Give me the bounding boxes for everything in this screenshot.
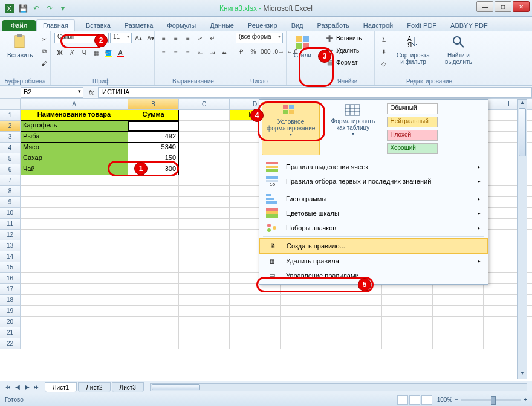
clear-icon[interactable]: ◇ <box>378 58 389 69</box>
cell-B2[interactable] <box>128 121 179 132</box>
cell-C13[interactable] <box>179 240 230 251</box>
cell-C15[interactable] <box>179 262 230 273</box>
row-header-16[interactable]: 16 <box>0 273 21 284</box>
cell-A20[interactable] <box>21 317 128 327</box>
view-buttons[interactable] <box>397 395 432 405</box>
row-header-14[interactable]: 14 <box>0 251 21 262</box>
cell-A22[interactable] <box>21 338 128 349</box>
qat-more-icon[interactable]: ▾ <box>58 4 68 13</box>
fill-icon[interactable]: ⬇ <box>378 46 389 57</box>
menu-top-bottom-rules[interactable]: 10Правила отбора первых и последних знач… <box>259 174 488 188</box>
style-neutral[interactable]: Нейтральный <box>387 117 438 127</box>
cell-H20[interactable] <box>433 317 484 327</box>
percent-icon[interactable]: % <box>248 46 259 57</box>
cell-C12[interactable] <box>179 230 230 240</box>
styles-button[interactable]: Стили <box>290 33 315 60</box>
menu-icon-sets[interactable]: Наборы значков▸ <box>259 221 488 235</box>
cell-F20[interactable] <box>331 317 382 327</box>
maximize-button[interactable]: □ <box>495 1 511 12</box>
row-header-6[interactable]: 6 <box>0 164 21 175</box>
cell-C11[interactable] <box>179 219 230 230</box>
cell-A4[interactable]: Мясо <box>21 143 128 153</box>
cell-F18[interactable] <box>331 295 382 306</box>
align-right-icon[interactable]: ≡ <box>183 47 193 58</box>
cell-B3[interactable]: 492 <box>128 132 179 143</box>
close-button[interactable]: ✕ <box>513 1 530 12</box>
tab-file[interactable]: Файл <box>2 20 36 31</box>
orientation-icon[interactable]: ⤢ <box>195 33 206 44</box>
cell-D20[interactable] <box>230 317 281 327</box>
row-header-18[interactable]: 18 <box>0 295 21 306</box>
name-box[interactable]: B2 <box>21 87 83 98</box>
copy-icon[interactable]: ⧉ <box>39 46 50 57</box>
sheet-tab-2[interactable]: Лист2 <box>78 382 110 392</box>
tab-developer[interactable]: Разработь <box>311 19 356 31</box>
cell-C9[interactable] <box>179 197 230 208</box>
cell-B17[interactable] <box>128 284 179 295</box>
cell-H18[interactable] <box>433 295 484 306</box>
cell-B4[interactable]: 5340 <box>128 143 179 153</box>
formula-input[interactable]: ИСТИНА <box>98 87 532 98</box>
cell-F22[interactable] <box>331 338 382 349</box>
row-header-10[interactable]: 10 <box>0 208 21 219</box>
format-painter-icon[interactable]: 🖌 <box>39 58 50 69</box>
cell-B22[interactable] <box>128 338 179 349</box>
cell-B19[interactable] <box>128 306 179 317</box>
font-size-combo[interactable]: 11 <box>110 33 132 44</box>
cell-G22[interactable] <box>382 338 433 349</box>
cell-B16[interactable] <box>128 273 179 284</box>
cell-C16[interactable] <box>179 273 230 284</box>
number-format-combo[interactable]: (все форма <box>236 33 283 44</box>
cell-C4[interactable] <box>179 143 230 153</box>
select-all-corner[interactable] <box>0 99 21 110</box>
row-header-13[interactable]: 13 <box>0 240 21 251</box>
cell-A5[interactable]: Сахар <box>21 153 128 164</box>
row-header-22[interactable]: 22 <box>0 338 21 349</box>
row-header-11[interactable]: 11 <box>0 219 21 230</box>
cell-B9[interactable] <box>128 197 179 208</box>
row-header-15[interactable]: 15 <box>0 262 21 273</box>
row-header-3[interactable]: 3 <box>0 132 21 143</box>
align-center-icon[interactable]: ≡ <box>170 47 181 58</box>
minimize-button[interactable]: — <box>476 1 493 12</box>
cell-E18[interactable] <box>281 295 331 306</box>
cell-A16[interactable] <box>21 273 128 284</box>
tab-foxit[interactable]: Foxit PDF <box>400 19 443 31</box>
cell-C18[interactable] <box>179 295 230 306</box>
cell-E19[interactable] <box>281 306 331 317</box>
fx-icon[interactable]: fx <box>85 89 98 96</box>
col-header-A[interactable]: A <box>21 99 128 110</box>
align-left-icon[interactable]: ≡ <box>158 47 169 58</box>
cell-F19[interactable] <box>331 306 382 317</box>
menu-color-scales[interactable]: Цветовые шкалы▸ <box>259 206 488 221</box>
vertical-scrollbar[interactable]: ▲▼ <box>517 99 527 379</box>
cell-C20[interactable] <box>179 317 230 327</box>
paste-button[interactable]: Вставить <box>4 33 36 60</box>
cell-H17[interactable] <box>433 284 484 295</box>
cell-B7[interactable] <box>128 175 179 186</box>
cell-A19[interactable] <box>21 306 128 317</box>
menu-manage-rules[interactable]: ▤Управление правилами... <box>259 268 488 283</box>
row-header-19[interactable]: 19 <box>0 306 21 317</box>
tab-formulas[interactable]: Формулы <box>160 19 203 31</box>
comma-icon[interactable]: 000 <box>260 46 271 57</box>
menu-highlight-rules[interactable]: Правила выделения ячеек▸ <box>259 160 488 174</box>
indent-inc-icon[interactable]: ⇥ <box>207 47 218 58</box>
cell-G18[interactable] <box>382 295 433 306</box>
cell-D18[interactable] <box>230 295 281 306</box>
tab-review[interactable]: Рецензир <box>241 19 284 31</box>
cell-D17[interactable] <box>230 284 281 295</box>
col-header-C[interactable]: C <box>179 99 230 110</box>
cell-A1[interactable]: Наименование товара <box>21 110 128 121</box>
cell-D19[interactable] <box>230 306 281 317</box>
tab-insert[interactable]: Вставка <box>76 19 117 31</box>
cell-B14[interactable] <box>128 251 179 262</box>
cell-C8[interactable] <box>179 186 230 197</box>
sheet-tab-3[interactable]: Лист3 <box>112 382 144 392</box>
wrap-text-icon[interactable]: ↵ <box>207 33 218 44</box>
cell-B8[interactable] <box>128 186 179 197</box>
cell-A21[interactable] <box>21 327 128 338</box>
undo-icon[interactable]: ↶ <box>31 4 41 13</box>
cell-C1[interactable] <box>179 110 230 121</box>
cell-B15[interactable] <box>128 262 179 273</box>
